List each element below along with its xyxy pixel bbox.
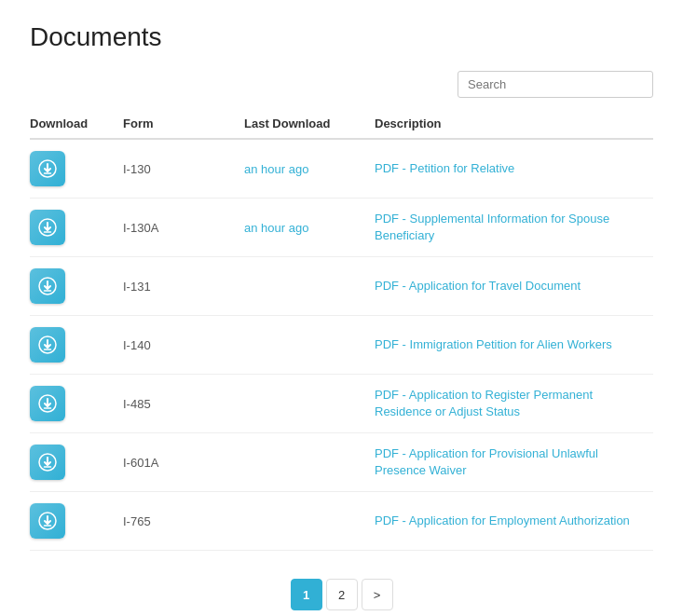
- last-download-cell: an hour ago: [244, 139, 375, 198]
- description-cell: PDF - Application to Register Permanent …: [375, 375, 653, 433]
- description-cell: PDF - Application for Provisional Unlawf…: [375, 433, 653, 492]
- description-cell: PDF - Immigration Petition for Alien Wor…: [375, 316, 653, 375]
- page-button-1[interactable]: 1: [291, 579, 322, 610]
- page-title: Documents: [30, 22, 653, 52]
- form-cell: I-485: [123, 375, 244, 433]
- page-button-2[interactable]: 2: [326, 579, 358, 610]
- table-row: I-601APDF - Application for Provisional …: [30, 433, 653, 492]
- description-cell: PDF - Application for Travel Document: [375, 257, 653, 316]
- form-cell: I-765: [123, 492, 244, 551]
- description-cell: PDF - Application for Employment Authori…: [375, 492, 653, 551]
- description-cell: PDF - Supplemental Information for Spous…: [375, 198, 653, 257]
- col-header-last-download: Last Download: [244, 109, 375, 139]
- last-download-cell: [244, 375, 375, 433]
- table-row: I-485PDF - Application to Register Perma…: [30, 375, 653, 433]
- download-button-i485[interactable]: [30, 386, 65, 421]
- table-row: I-131PDF - Application for Travel Docume…: [30, 257, 653, 316]
- description-cell: PDF - Petition for Relative: [375, 139, 653, 198]
- search-input[interactable]: [458, 71, 653, 98]
- download-button-i130[interactable]: [30, 151, 65, 186]
- table-row: I-130Aan hour agoPDF - Supplemental Info…: [30, 198, 653, 257]
- last-download-cell: [244, 316, 375, 375]
- download-button-i130a[interactable]: [30, 210, 65, 245]
- last-download-cell: an hour ago: [244, 198, 375, 257]
- download-button-i765[interactable]: [30, 503, 65, 539]
- form-cell: I-140: [123, 316, 244, 375]
- col-header-description: Description: [375, 109, 653, 139]
- documents-table: Download Form Last Download Description …: [30, 109, 653, 551]
- last-download-cell: [244, 257, 375, 316]
- table-row: I-140PDF - Immigration Petition for Alie…: [30, 316, 653, 375]
- pagination: 1 2 >: [30, 579, 653, 610]
- form-cell: I-601A: [123, 433, 244, 492]
- form-cell: I-131: [123, 257, 244, 316]
- download-button-i131[interactable]: [30, 268, 65, 304]
- download-button-i601a[interactable]: [30, 445, 65, 480]
- form-cell: I-130A: [123, 198, 244, 257]
- form-cell: I-130: [123, 139, 244, 198]
- table-row: I-130an hour agoPDF - Petition for Relat…: [30, 139, 653, 198]
- col-header-form: Form: [123, 109, 244, 139]
- last-download-cell: [244, 492, 375, 551]
- col-header-download: Download: [30, 109, 123, 139]
- last-download-cell: [244, 433, 375, 492]
- page-next-button[interactable]: >: [362, 579, 393, 610]
- table-row: I-765PDF - Application for Employment Au…: [30, 492, 653, 551]
- download-button-i140[interactable]: [30, 327, 65, 363]
